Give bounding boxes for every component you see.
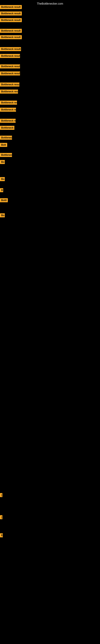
bottleneck-badge-container: B <box>0 188 3 193</box>
bottleneck-badge: Bottleneck re <box>0 126 14 130</box>
bottleneck-badge: Bottleneck resu <box>0 100 17 105</box>
bottleneck-badge-container: Bottleneck result <box>0 5 22 10</box>
bottleneck-badge-container: E <box>0 533 3 538</box>
bottleneck-badge-container: Bo <box>0 160 5 165</box>
bottleneck-badge-container: | <box>0 493 2 498</box>
bottleneck-badge: Bottleneck result <box>0 54 20 58</box>
bottleneck-badge: Bottleneck result <box>0 82 19 86</box>
bottleneck-badge: Bottleneck result <box>0 72 20 76</box>
bottleneck-badge-container: Bottleneck result <box>0 18 22 23</box>
bottleneck-badge: Bottlenec <box>0 136 12 140</box>
bottleneck-badge-container: Bottleneck result <box>0 12 22 16</box>
bottleneck-badge: Bottleneck result <box>0 12 22 16</box>
bottleneck-badge: Bo <box>0 213 5 217</box>
bottleneck-badge: Bo <box>0 160 5 164</box>
bottleneck-badge: B <box>0 188 3 192</box>
bottleneck-badge-container: Bottlenec <box>0 136 12 140</box>
bottleneck-badge: Bottleneck result <box>0 18 22 22</box>
bottleneck-badge: Bottleneck result <box>0 35 22 39</box>
bottleneck-badge-container: Bottleneck re <box>0 126 14 130</box>
bottleneck-badge-container: Bottleneck res <box>0 108 16 112</box>
bottleneck-badge-container: Bo <box>0 177 5 182</box>
bottleneck-badge-container: Bottleneck result <box>0 35 22 40</box>
bottleneck-badge-container: Bottleneck result <box>0 72 20 76</box>
bottleneck-badge: Bottleneck result <box>0 64 20 68</box>
bottleneck-badge-container: Bottleneck result <box>0 82 19 87</box>
bottleneck-badge: Bottleneck result <box>0 90 18 94</box>
bottleneck-badge-container: Bottleneck result <box>0 54 20 59</box>
bottleneck-badge: | <box>0 493 2 497</box>
bottleneck-badge-container: Bottleneck result <box>0 47 21 52</box>
bottleneck-badge: Bottleneck res <box>0 108 16 112</box>
bottleneck-badge-container: Bottleneck resu <box>0 100 17 106</box>
bottleneck-badge: | <box>0 515 2 519</box>
bottleneck-badge-container: Bo <box>0 213 5 218</box>
bottleneck-badge: E <box>0 533 3 537</box>
bottleneck-badge-container: | <box>0 515 2 520</box>
bottleneck-badge: Bott <box>0 143 7 147</box>
bottleneck-badge-container: Bottleneck result <box>0 90 18 94</box>
bottleneck-badge: Bottl <box>0 198 8 202</box>
bottleneck-badge: Bottleneck result <box>0 29 22 33</box>
bottleneck-badge-container: Bottlenec <box>0 153 12 158</box>
bottleneck-badge-container: Bott <box>0 143 7 148</box>
bottleneck-badge-container: Bottleneck result <box>0 64 20 69</box>
bottleneck-badge-container: Bottleneck res <box>0 119 16 124</box>
bottleneck-badge: Bottleneck res <box>0 119 16 123</box>
bottleneck-badge: Bottleneck result <box>0 5 22 9</box>
bottleneck-badge: Bottleneck result <box>0 47 21 51</box>
bottleneck-badge-container: Bottleneck result <box>0 29 22 34</box>
bottleneck-badge: Bottlenec <box>0 153 12 157</box>
bottleneck-badge-container: Bottl <box>0 198 8 203</box>
bottleneck-badge: Bo <box>0 177 5 181</box>
